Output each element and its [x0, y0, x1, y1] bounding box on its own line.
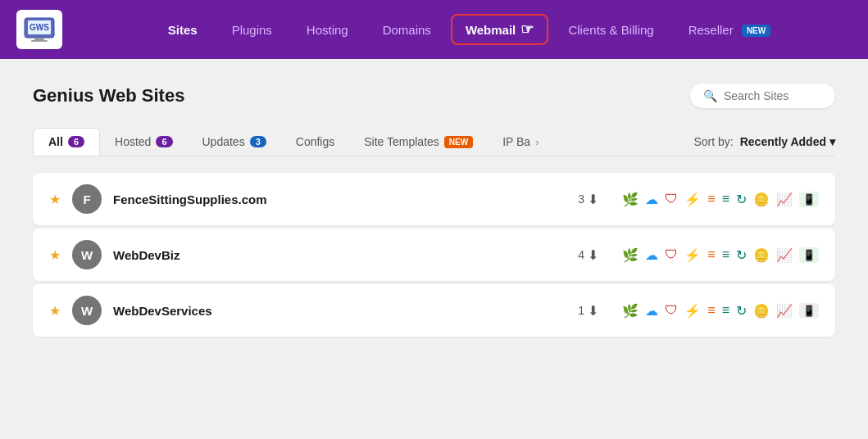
nav-item-plugins[interactable]: Plugins	[217, 16, 287, 43]
chevron-down-icon: ▾	[829, 135, 835, 148]
star-icon[interactable]: ★	[49, 247, 61, 263]
chart-icon: 📈	[776, 303, 793, 319]
nav-item-webmail[interactable]: Webmail ☞	[451, 14, 549, 45]
search-icon: 🔍	[703, 89, 717, 102]
sync-icon: ↻	[736, 192, 747, 207]
reseller-new-badge: NEW	[742, 25, 770, 37]
tab-updates[interactable]: Updates 3	[188, 129, 281, 155]
search-box[interactable]: 🔍	[690, 84, 835, 108]
leaf-icon: 🌿	[622, 247, 639, 263]
logo[interactable]: GWS	[16, 10, 62, 49]
tab-updates-count: 3	[250, 136, 266, 147]
site-icons: 🌿 ☁ 🛡 ⚡ ≡ ≡ ↻ 🪙 📈 📱	[622, 303, 819, 319]
nav-item-hosting[interactable]: Hosting	[292, 16, 363, 43]
avatar: W	[72, 296, 102, 325]
sort-area: Sort by: Recently Added ▾	[693, 135, 835, 148]
avatar: F	[72, 184, 102, 214]
menu-icon: ≡	[722, 192, 729, 206]
svg-rect-2	[34, 38, 44, 40]
star-icon[interactable]: ★	[49, 192, 61, 207]
shield-icon: 🛡	[665, 303, 678, 318]
tab-configs[interactable]: Configs	[281, 129, 349, 155]
sync-icon: ↻	[736, 303, 747, 319]
page-title: Genius Web Sites	[33, 85, 184, 106]
phone-icon: 📱	[799, 303, 819, 319]
phone-icon: 📱	[799, 247, 819, 263]
menu-icon: ≡	[722, 303, 729, 318]
nav-item-reseller[interactable]: Reseller NEW	[674, 16, 786, 43]
ip-ba-arrow-icon: ›	[535, 136, 539, 148]
coin-icon: 🪙	[753, 303, 770, 319]
menu-icon: ≡	[722, 247, 729, 262]
site-icons: 🌿 ☁ 🛡 ⚡ ≡ ≡ ↻ 🪙 📈 📱	[622, 192, 819, 207]
svg-rect-3	[31, 40, 48, 42]
tabs-bar: All 6 Hosted 6 Updates 3 Configs Site Te…	[33, 128, 835, 156]
avatar: W	[72, 240, 102, 269]
layers-icon: ≡	[707, 303, 715, 318]
tab-all-count: 6	[68, 136, 84, 147]
download-icon: ⬇	[588, 247, 598, 263]
main-content: Genius Web Sites 🔍 All 6 Hosted 6 Update…	[0, 59, 868, 439]
nav-item-domains[interactable]: Domains	[368, 16, 446, 43]
site-name: FenceSittingSupplies.com	[113, 192, 566, 206]
chart-icon: 📈	[776, 247, 793, 263]
tab-hosted[interactable]: Hosted 6	[100, 129, 187, 155]
leaf-icon: 🌿	[622, 303, 639, 319]
coin-icon: 🪙	[753, 192, 770, 207]
tab-hosted-count: 6	[156, 136, 172, 147]
tab-ip-ba[interactable]: IP Ba ›	[488, 129, 553, 155]
site-list: ★ F FenceSittingSupplies.com 3 ⬇ 🌿 ☁ 🛡 ⚡…	[33, 173, 835, 337]
download-icon: ⬇	[588, 192, 598, 207]
download-count: 3 ⬇	[578, 192, 611, 207]
table-row[interactable]: ★ F FenceSittingSupplies.com 3 ⬇ 🌿 ☁ 🛡 ⚡…	[33, 173, 835, 225]
cloud-icon: ☁	[645, 192, 658, 207]
main-header: Genius Web Sites 🔍	[33, 84, 835, 108]
sort-label: Sort by:	[693, 135, 733, 148]
site-icons: 🌿 ☁ 🛡 ⚡ ≡ ≡ ↻ 🪙 📈 📱	[622, 247, 819, 263]
site-name: WebDevBiz	[113, 248, 566, 262]
sync-icon: ↻	[736, 247, 747, 263]
phone-icon: 📱	[799, 192, 819, 207]
cursor-icon: ☞	[520, 20, 534, 38]
download-count: 1 ⬇	[578, 303, 611, 319]
bolt-icon: ⚡	[684, 192, 701, 207]
coin-icon: 🪙	[753, 247, 770, 263]
site-name: WebDevServices	[113, 304, 566, 318]
download-count: 4 ⬇	[578, 247, 611, 263]
cloud-icon: ☁	[645, 303, 658, 319]
header: GWS Sites Plugins Hosting Domains Webmai…	[0, 0, 868, 59]
cloud-icon: ☁	[645, 247, 658, 263]
tab-all[interactable]: All 6	[33, 128, 100, 156]
bolt-icon: ⚡	[684, 303, 701, 319]
sort-dropdown[interactable]: Recently Added ▾	[740, 135, 835, 148]
bolt-icon: ⚡	[684, 247, 701, 263]
layers-icon: ≡	[707, 247, 715, 262]
table-row[interactable]: ★ W WebDevBiz 4 ⬇ 🌿 ☁ 🛡 ⚡ ≡ ≡ ↻ 🪙 📈 📱	[33, 229, 835, 281]
search-input[interactable]	[724, 89, 822, 102]
download-icon: ⬇	[588, 303, 598, 319]
table-row[interactable]: ★ W WebDevServices 1 ⬇ 🌿 ☁ 🛡 ⚡ ≡ ≡ ↻ 🪙 📈…	[33, 284, 835, 337]
site-templates-new-badge: NEW	[444, 136, 473, 148]
leaf-icon: 🌿	[622, 192, 639, 207]
nav-item-clients-billing[interactable]: Clients & Billing	[553, 16, 668, 43]
shield-icon: 🛡	[665, 247, 678, 262]
chart-icon: 📈	[776, 192, 793, 207]
shield-icon: 🛡	[665, 192, 678, 206]
nav-item-sites[interactable]: Sites	[153, 16, 212, 43]
star-icon[interactable]: ★	[49, 303, 61, 319]
svg-text:GWS: GWS	[30, 23, 49, 32]
main-nav: Sites Plugins Hosting Domains Webmail ☞ …	[87, 14, 852, 45]
layers-icon: ≡	[707, 192, 715, 206]
tab-site-templates[interactable]: Site Templates NEW	[349, 129, 488, 155]
